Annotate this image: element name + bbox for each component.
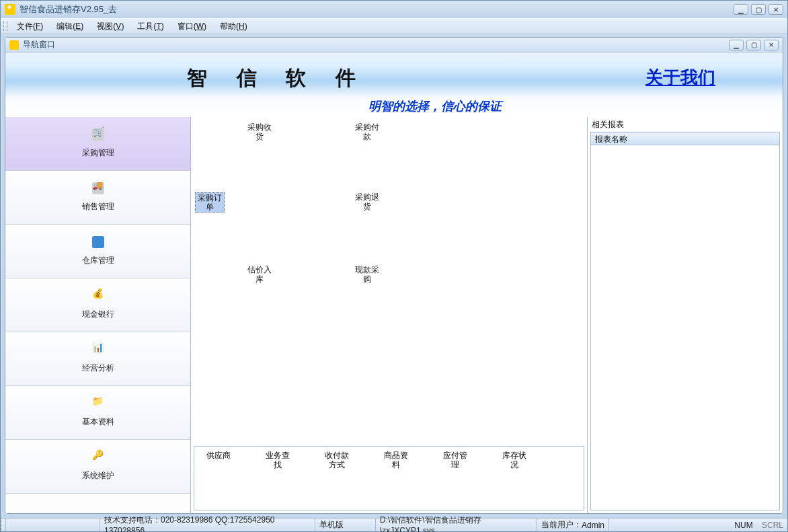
inner-maximize-button[interactable]: ▢ bbox=[746, 40, 761, 50]
menu-item-4[interactable]: 窗口(W) bbox=[171, 19, 213, 34]
app-title: 智信食品进销存V2.95_去 bbox=[19, 3, 734, 15]
status-scrl: SCRL bbox=[762, 521, 783, 530]
status-path: D:\智信软件\智信食品进销存\zxJXCYP1.sys bbox=[376, 519, 537, 531]
stock-icon bbox=[92, 236, 104, 248]
menu-item-1[interactable]: 编辑(E) bbox=[50, 19, 90, 34]
inner-window-title: 导航窗口 bbox=[23, 39, 729, 50]
status-grip bbox=[1, 519, 6, 531]
app-icon bbox=[5, 4, 15, 15]
status-blank bbox=[6, 519, 100, 531]
diagram-area: 采购收货采购付款采购订单采购退货估价入库现款采购 bbox=[191, 117, 587, 446]
nav-window: 导航窗口 ▁ ▢ ✕ 智 信 软 件 关于我们 明智的选择，信心的保证 采购管理… bbox=[5, 37, 783, 514]
diagram-node-3[interactable]: 采购退货 bbox=[352, 192, 382, 211]
close-button[interactable]: ✕ bbox=[769, 4, 783, 15]
status-support: 技术支持电话：020-82319986 QQ:1725542950 137028… bbox=[100, 519, 315, 531]
report-list[interactable] bbox=[590, 145, 780, 510]
nav-item-sys[interactable]: 系统维护 bbox=[5, 440, 190, 494]
center-panel: 采购收货采购付款采购订单采购退货估价入库现款采购 供应商业务查找收付款方式商品资… bbox=[191, 117, 588, 513]
sys-icon bbox=[92, 451, 104, 463]
nav-item-label: 经营分析 bbox=[82, 363, 114, 374]
right-panel: 相关报表 报表名称 bbox=[588, 117, 783, 513]
diagram-node-2[interactable]: 采购订单 bbox=[195, 192, 225, 213]
brand-text: 智 信 软 件 bbox=[187, 65, 368, 92]
cart-icon bbox=[92, 128, 104, 141]
menu-item-0[interactable]: 文件(F) bbox=[10, 19, 50, 34]
nav-item-data[interactable]: 基本资料 bbox=[5, 386, 190, 440]
diagram-node-1[interactable]: 采购付款 bbox=[352, 122, 382, 141]
diagram-node-5[interactable]: 现款采购 bbox=[352, 265, 382, 284]
bottom-item-3[interactable]: 商品资料 bbox=[380, 451, 412, 469]
nav-item-cart[interactable]: 采购管理 bbox=[5, 117, 190, 171]
nav-item-sales[interactable]: 销售管理 bbox=[5, 171, 190, 225]
minimize-button[interactable]: ▁ bbox=[734, 4, 748, 15]
content-row: 采购管理销售管理仓库管理现金银行经营分析基本资料系统维护 采购收货采购付款采购订… bbox=[5, 117, 783, 513]
nav-item-label: 仓库管理 bbox=[82, 255, 114, 266]
mdi-client: 导航窗口 ▁ ▢ ✕ 智 信 软 件 关于我们 明智的选择，信心的保证 采购管理… bbox=[2, 36, 786, 517]
left-nav: 采购管理销售管理仓库管理现金银行经营分析基本资料系统维护 bbox=[5, 117, 191, 513]
app-window: 智信食品进销存V2.95_去 ▁ ▢ ✕ 文件(F)编辑(E)视图(V)工具(T… bbox=[0, 0, 788, 532]
status-mode: 单机版 bbox=[315, 519, 376, 531]
menu-bar: 文件(F)编辑(E)视图(V)工具(T)窗口(W)帮助(H) bbox=[1, 18, 787, 34]
bottom-toolbar: 供应商业务查找收付款方式商品资料应付管理库存状况 bbox=[194, 446, 584, 510]
right-panel-title: 相关报表 bbox=[588, 117, 783, 132]
sales-icon bbox=[92, 182, 104, 194]
status-user-name: Admin bbox=[582, 521, 604, 530]
bottom-item-2[interactable]: 收付款方式 bbox=[321, 451, 353, 469]
status-bar: 技术支持电话：020-82319986 QQ:1725542950 137028… bbox=[1, 518, 787, 531]
data-icon bbox=[92, 397, 104, 410]
maximize-button[interactable]: ▢ bbox=[751, 4, 766, 15]
nav-item-label: 基本资料 bbox=[82, 416, 114, 428]
nav-item-cash[interactable]: 现金银行 bbox=[5, 278, 190, 332]
status-user-label: 当前用户： bbox=[541, 519, 582, 531]
bottom-item-5[interactable]: 库存状况 bbox=[498, 451, 530, 469]
bottom-item-0[interactable]: 供应商 bbox=[202, 451, 235, 469]
menu-grip[interactable] bbox=[3, 22, 7, 31]
menu-item-2[interactable]: 视图(V) bbox=[90, 19, 130, 34]
bottom-item-4[interactable]: 应付管理 bbox=[439, 451, 471, 469]
slogan-text: 明智的选择，信心的保证 bbox=[368, 98, 502, 114]
report-column-header: 报表名称 bbox=[590, 132, 780, 145]
inner-close-button[interactable]: ✕ bbox=[764, 40, 779, 50]
inner-minimize-button[interactable]: ▁ bbox=[729, 40, 744, 50]
status-user: 当前用户： Admin bbox=[537, 519, 609, 531]
nav-item-label: 销售管理 bbox=[82, 201, 114, 213]
nav-item-label: 现金银行 bbox=[82, 309, 114, 320]
nav-item-analysis[interactable]: 经营分析 bbox=[5, 332, 190, 386]
diagram-node-4[interactable]: 估价入库 bbox=[245, 265, 274, 284]
nav-item-label: 采购管理 bbox=[82, 147, 114, 159]
nav-item-stock[interactable]: 仓库管理 bbox=[5, 225, 190, 278]
diagram-node-0[interactable]: 采购收货 bbox=[245, 122, 274, 141]
banner: 智 信 软 件 关于我们 明智的选择，信心的保证 bbox=[5, 52, 783, 117]
inner-titlebar[interactable]: 导航窗口 ▁ ▢ ✕ bbox=[5, 38, 783, 52]
inner-window-icon bbox=[9, 40, 19, 50]
outer-titlebar[interactable]: 智信食品进销存V2.95_去 ▁ ▢ ✕ bbox=[1, 1, 787, 18]
cash-icon bbox=[92, 290, 104, 302]
status-num: NUM bbox=[734, 521, 752, 530]
menu-item-5[interactable]: 帮助(H) bbox=[213, 19, 254, 34]
about-link[interactable]: 关于我们 bbox=[645, 66, 715, 89]
analysis-icon bbox=[92, 344, 104, 356]
bottom-item-1[interactable]: 业务查找 bbox=[262, 451, 294, 469]
nav-item-label: 系统维护 bbox=[82, 470, 114, 482]
menu-item-3[interactable]: 工具(T) bbox=[130, 19, 170, 34]
